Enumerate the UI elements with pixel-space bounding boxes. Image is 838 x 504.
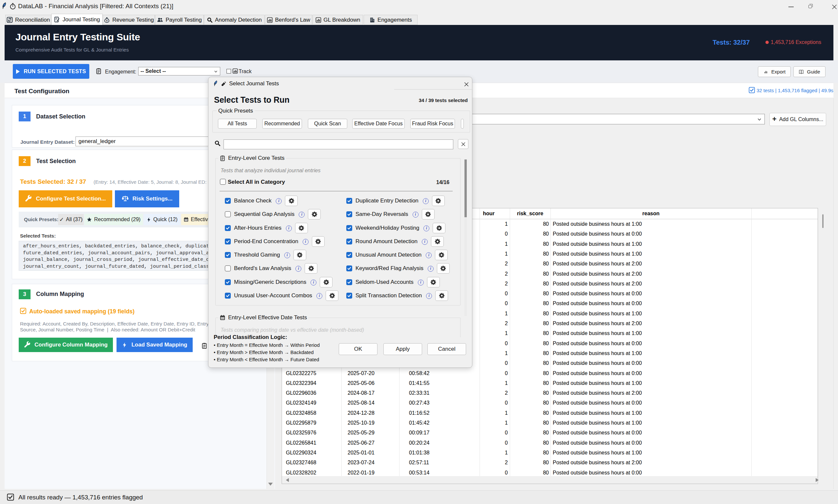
- svg-text:$: $: [106, 19, 108, 22]
